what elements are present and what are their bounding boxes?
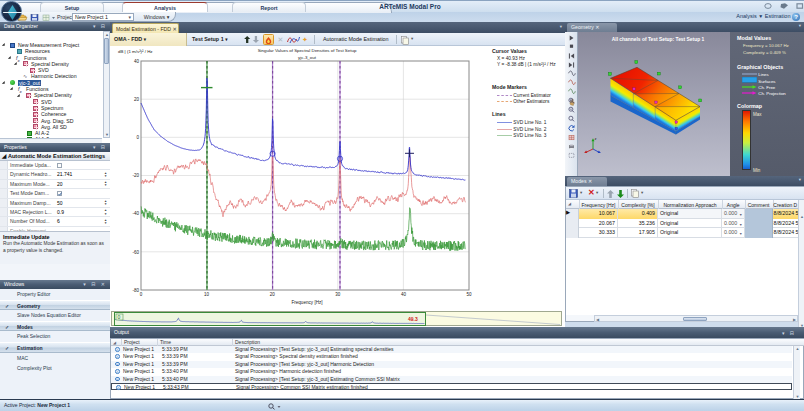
svg-text:50: 50 bbox=[466, 292, 472, 297]
svg-text:-40: -40 bbox=[132, 211, 139, 216]
svg-text:-60: -60 bbox=[132, 250, 139, 255]
svg-text:40: 40 bbox=[401, 292, 407, 297]
svg-text:20: 20 bbox=[270, 292, 276, 297]
svg-text:20: 20 bbox=[134, 97, 140, 102]
svg-text:10: 10 bbox=[204, 292, 210, 297]
svg-text:Frequency [Hz]: Frequency [Hz] bbox=[291, 300, 322, 305]
svg-text:dB | (1 m/s²)² / Hz: dB | (1 m/s²)² / Hz bbox=[118, 49, 153, 54]
svg-text:yjc-3_out: yjc-3_out bbox=[298, 55, 317, 60]
svg-text:-80: -80 bbox=[132, 288, 139, 293]
svg-text:0: 0 bbox=[118, 314, 121, 320]
svg-text:49.3: 49.3 bbox=[408, 316, 418, 322]
svg-text:30: 30 bbox=[335, 292, 341, 297]
svg-text:-20: -20 bbox=[132, 173, 139, 178]
svg-text:z: z bbox=[595, 136, 597, 141]
svg-text:0: 0 bbox=[140, 292, 143, 297]
svg-text:0: 0 bbox=[136, 135, 139, 140]
svg-text:40: 40 bbox=[134, 59, 140, 64]
svg-text:Singular Values of Spectral De: Singular Values of Spectral Densities of… bbox=[258, 48, 357, 53]
